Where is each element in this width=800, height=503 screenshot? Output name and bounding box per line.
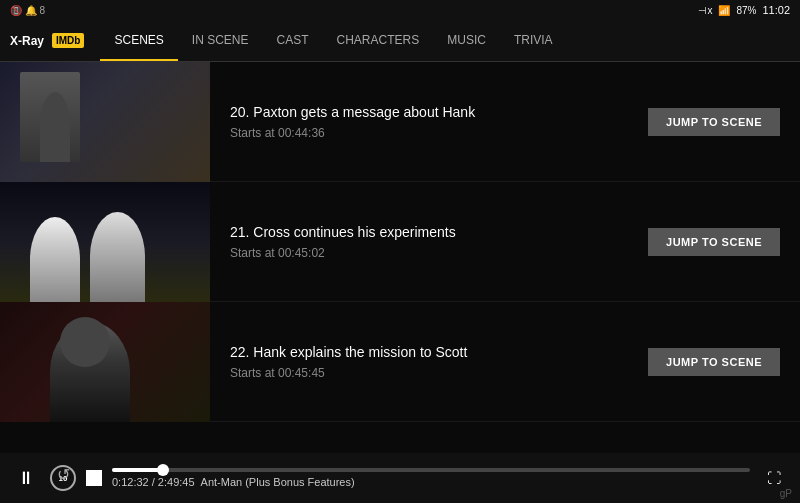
- scene-info-21: 21. Cross continues his experiments Star…: [210, 204, 648, 280]
- signal-icon: ⊣x: [698, 5, 712, 16]
- scene-thumbnail-21: [0, 182, 210, 302]
- clock: 11:02: [762, 4, 790, 16]
- watermark: gP: [780, 488, 792, 499]
- scene-item-21: 21. Cross continues his experiments Star…: [0, 182, 800, 302]
- xray-label: X-Ray: [10, 34, 44, 48]
- scene-info-20: 20. Paxton gets a message about Hank Sta…: [210, 84, 648, 160]
- progress-bar[interactable]: [112, 468, 750, 472]
- tab-cast[interactable]: CAST: [263, 20, 323, 61]
- battery-level: 87%: [736, 5, 756, 16]
- tab-trivia[interactable]: TRIVIA: [500, 20, 567, 61]
- scene-time-22: Starts at 00:45:45: [230, 366, 628, 380]
- notification-icons: 📵 🔔 8: [10, 5, 45, 16]
- scene-thumbnail-22: [0, 302, 210, 422]
- scene-info-22: 22. Hank explains the mission to Scott S…: [210, 324, 648, 400]
- tab-scenes[interactable]: SCENES: [100, 20, 177, 61]
- wifi-icon: 📶: [718, 5, 730, 16]
- progress-thumb: [157, 464, 169, 476]
- scene-item-20: 20. Paxton gets a message about Hank Sta…: [0, 62, 800, 182]
- scene-item-22: 22. Hank explains the mission to Scott S…: [0, 302, 800, 422]
- progress-area: 0:12:32 / 2:49:45 Ant-Man (Plus Bonus Fe…: [112, 468, 750, 488]
- xray-header: X-Ray IMDb SCENES IN SCENE CAST CHARACTE…: [0, 20, 800, 62]
- nav-tabs: SCENES IN SCENE CAST CHARACTERS MUSIC TR…: [100, 20, 566, 61]
- progress-fill: [112, 468, 163, 472]
- status-bar: 📵 🔔 8 ⊣x 📶 87% 11:02: [0, 0, 800, 20]
- jump-to-scene-21[interactable]: JUMP TO SCENE: [648, 228, 780, 256]
- stop-button[interactable]: [86, 470, 102, 486]
- play-pause-button[interactable]: ⏸: [12, 464, 40, 492]
- jump-to-scene-22[interactable]: JUMP TO SCENE: [648, 348, 780, 376]
- status-left: 📵 🔔 8: [10, 5, 45, 16]
- movie-title: Ant-Man (Plus Bonus Features): [201, 476, 355, 488]
- scene-title-22: 22. Hank explains the mission to Scott: [230, 344, 628, 360]
- tab-characters[interactable]: CHARACTERS: [323, 20, 434, 61]
- playback-controls: ⏸ 10 ↺ 0:12:32 / 2:49:45 Ant-Man (Plus B…: [0, 453, 800, 503]
- current-time: 0:12:32 / 2:49:45: [112, 476, 195, 488]
- jump-to-scene-20[interactable]: JUMP TO SCENE: [648, 108, 780, 136]
- replay-10-button[interactable]: 10 ↺: [50, 465, 76, 491]
- scene-title-21: 21. Cross continues his experiments: [230, 224, 628, 240]
- scene-thumbnail-20: [0, 62, 210, 182]
- tab-music[interactable]: MUSIC: [433, 20, 500, 61]
- tab-in-scene[interactable]: IN SCENE: [178, 20, 263, 61]
- scene-time-21: Starts at 00:45:02: [230, 246, 628, 260]
- scene-title-20: 20. Paxton gets a message about Hank: [230, 104, 628, 120]
- imdb-badge: IMDb: [52, 33, 84, 48]
- status-right: ⊣x 📶 87% 11:02: [698, 4, 790, 16]
- scene-time-20: Starts at 00:44:36: [230, 126, 628, 140]
- scene-list: 20. Paxton gets a message about Hank Sta…: [0, 62, 800, 453]
